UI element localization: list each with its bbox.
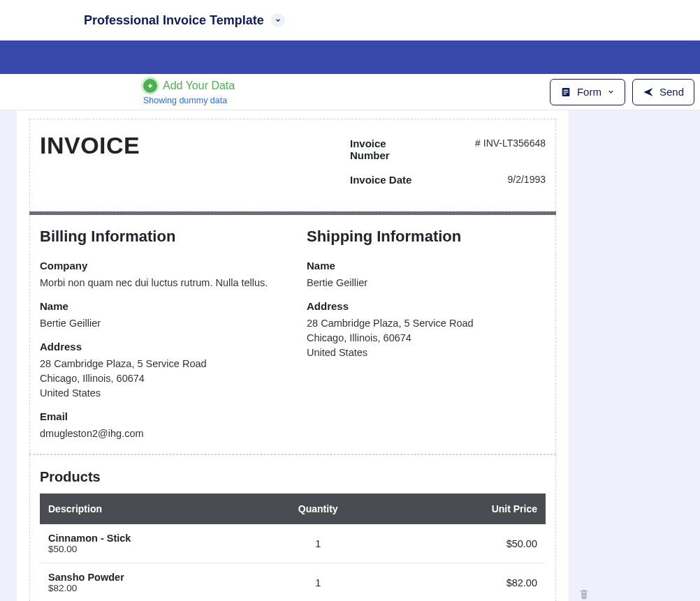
invoice-meta: Invoice Number # INV-LT356648 Invoice Da…: [350, 138, 546, 198]
form-button[interactable]: Form: [550, 79, 625, 105]
table-row: Cinnamon - Stick $50.00 1 $50.00: [40, 524, 546, 563]
billing-heading: Billing Information: [40, 228, 279, 246]
billing-name-value: Bertie Geillier: [40, 316, 279, 331]
product-price: $82.00: [369, 563, 546, 601]
add-data-label: Add Your Data: [163, 80, 235, 92]
invoice-number-value: # INV-LT356648: [475, 138, 546, 161]
dummy-data-link[interactable]: Showing dummy data: [143, 96, 235, 105]
template-title: Professional Invoice Template: [84, 13, 264, 28]
add-data-control[interactable]: Add Your Data Showing dummy data: [143, 79, 235, 105]
chevron-down-icon: [607, 88, 615, 96]
invoice-title: INVOICE: [40, 132, 140, 159]
form-icon: [560, 87, 571, 98]
col-unit-price: Unit Price: [369, 494, 546, 524]
form-button-label: Form: [577, 86, 601, 98]
invoice-number-label: Invoice Number: [350, 138, 427, 161]
col-quantity: Quantity: [268, 494, 369, 524]
send-icon: [643, 87, 654, 98]
product-sub: $82.00: [48, 583, 259, 593]
send-button-label: Send: [659, 86, 684, 98]
invoice-date-value: 9/2/1993: [508, 174, 546, 186]
col-description: Description: [40, 494, 268, 524]
shipping-column: Shipping Information Name Bertie Geillie…: [307, 228, 546, 441]
info-section[interactable]: Billing Information Company Morbi non qu…: [29, 215, 556, 454]
billing-company-value: Morbi non quam nec dui luctus rutrum. Nu…: [40, 276, 279, 290]
billing-email-label: Email: [40, 410, 279, 422]
product-qty: 1: [268, 563, 369, 601]
shipping-address-label: Address: [307, 300, 546, 312]
top-bar: Professional Invoice Template: [0, 0, 700, 40]
invoice-page: INVOICE Invoice Number # INV-LT356648 In…: [17, 110, 569, 601]
product-name: Cinnamon - Stick: [48, 533, 259, 544]
svg-rect-4: [564, 91, 569, 92]
chevron-down-icon: [275, 17, 282, 24]
billing-address-value: 28 Cambridge Plaza, 5 Service Road Chica…: [40, 357, 279, 401]
svg-rect-5: [564, 94, 567, 94]
shipping-heading: Shipping Information: [307, 228, 546, 246]
delete-button[interactable]: [578, 588, 590, 601]
trash-icon: [578, 588, 590, 600]
template-dropdown[interactable]: [271, 13, 285, 27]
svg-rect-3: [564, 89, 569, 90]
billing-name-label: Name: [40, 300, 279, 312]
products-table: Description Quantity Unit Price Cinnamon…: [40, 494, 546, 601]
billing-company-label: Company: [40, 260, 279, 272]
invoice-date-label: Invoice Date: [350, 174, 411, 186]
billing-address-label: Address: [40, 341, 279, 353]
product-qty: 1: [268, 524, 369, 563]
products-section[interactable]: Products Description Quantity Unit Price…: [29, 454, 556, 601]
billing-email-value: dmugleston2@ihg.com: [40, 426, 279, 441]
product-price: $50.00: [369, 524, 546, 563]
product-name: Sansho Powder: [48, 572, 259, 583]
send-button[interactable]: Send: [632, 79, 694, 105]
blue-banner: [0, 40, 700, 74]
toolbar: Add Your Data Showing dummy data Form Se…: [0, 74, 700, 110]
billing-column: Billing Information Company Morbi non qu…: [40, 228, 279, 441]
invoice-header-section[interactable]: INVOICE Invoice Number # INV-LT356648 In…: [29, 119, 556, 212]
shipping-address-value: 28 Cambridge Plaza, 5 Service Road Chica…: [307, 316, 546, 360]
shipping-name-value: Bertie Geillier: [307, 276, 546, 290]
table-row: Sansho Powder $82.00 1 $82.00: [40, 563, 546, 601]
shipping-name-label: Name: [307, 260, 546, 272]
product-sub: $50.00: [48, 544, 259, 554]
plus-icon: [143, 79, 157, 93]
products-heading: Products: [40, 469, 546, 485]
canvas: INVOICE Invoice Number # INV-LT356648 In…: [0, 110, 700, 601]
